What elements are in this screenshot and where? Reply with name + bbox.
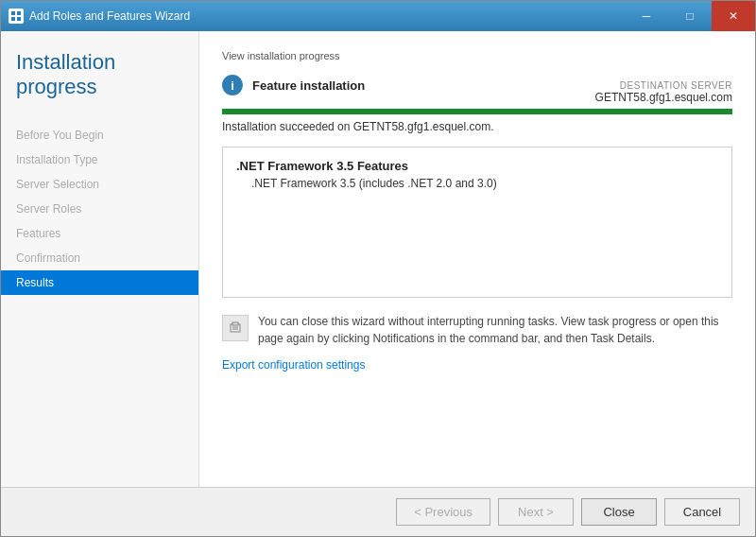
notice-text: You can close this wizard without interr… bbox=[258, 313, 732, 347]
sidebar-item-results[interactable]: Results bbox=[1, 270, 198, 295]
svg-rect-3 bbox=[17, 17, 21, 21]
svg-rect-5 bbox=[232, 322, 238, 325]
next-button[interactable]: Next > bbox=[498, 498, 574, 526]
app-icon bbox=[9, 9, 24, 24]
results-item-title: .NET Framework 3.5 Features bbox=[236, 159, 718, 173]
close-button[interactable]: Close bbox=[581, 498, 657, 526]
previous-button[interactable]: < Previous bbox=[396, 498, 490, 526]
results-item-sub: .NET Framework 3.5 (includes .NET 2.0 an… bbox=[236, 177, 718, 190]
notice-row: You can close this wizard without interr… bbox=[222, 313, 732, 347]
sidebar-item-features[interactable]: Features bbox=[1, 221, 198, 246]
view-progress-label: View installation progress bbox=[222, 50, 732, 61]
progress-bar-fill bbox=[222, 109, 732, 114]
feature-title: Feature installation bbox=[252, 78, 365, 93]
minimize-button[interactable]: ─ bbox=[625, 1, 668, 31]
export-configuration-link[interactable]: Export configuration settings bbox=[222, 358, 732, 372]
sidebar-item-installation-type[interactable]: Installation Type bbox=[1, 147, 198, 172]
titlebar-left: Add Roles and Features Wizard bbox=[9, 9, 190, 24]
titlebar-controls: ─ □ ✕ bbox=[625, 1, 755, 31]
sidebar-heading: Installation progress bbox=[16, 50, 183, 100]
sidebar-item-server-roles[interactable]: Server Roles bbox=[1, 197, 198, 221]
svg-rect-0 bbox=[11, 11, 15, 15]
notice-icon bbox=[222, 315, 249, 341]
titlebar: Add Roles and Features Wizard ─ □ ✕ bbox=[1, 1, 755, 31]
destination-server-name: GETNT58.gfg1.esquel.com bbox=[595, 91, 732, 104]
sidebar-item-server-selection[interactable]: Server Selection bbox=[1, 172, 198, 197]
progress-bar-container bbox=[222, 109, 732, 114]
sidebar: Installation progress Before You Begin I… bbox=[1, 31, 199, 487]
svg-rect-1 bbox=[17, 11, 21, 15]
sidebar-item-confirmation[interactable]: Confirmation bbox=[1, 246, 198, 270]
cancel-button[interactable]: Cancel bbox=[664, 498, 740, 526]
main-content: Installation progress Before You Begin I… bbox=[1, 31, 755, 487]
sidebar-nav: Before You Begin Installation Type Serve… bbox=[1, 123, 198, 295]
wizard-window: Add Roles and Features Wizard ─ □ ✕ Inst… bbox=[0, 0, 756, 537]
content-area: DESTINATION SERVER GETNT58.gfg1.esquel.c… bbox=[199, 31, 755, 487]
close-window-button[interactable]: ✕ bbox=[712, 1, 755, 31]
destination-server-info: DESTINATION SERVER GETNT58.gfg1.esquel.c… bbox=[595, 80, 732, 104]
results-box: .NET Framework 3.5 Features .NET Framewo… bbox=[222, 147, 732, 298]
sidebar-item-before-you-begin[interactable]: Before You Begin bbox=[1, 123, 198, 147]
install-success-text: Installation succeeded on GETNT58.gfg1.e… bbox=[222, 120, 732, 133]
destination-server-label: DESTINATION SERVER bbox=[595, 80, 732, 91]
info-icon: i bbox=[222, 75, 243, 95]
restore-button[interactable]: □ bbox=[668, 1, 712, 31]
footer: < Previous Next > Close Cancel bbox=[1, 487, 755, 536]
svg-rect-2 bbox=[11, 17, 15, 21]
window-title: Add Roles and Features Wizard bbox=[29, 9, 190, 23]
sidebar-header: Installation progress bbox=[1, 31, 198, 115]
